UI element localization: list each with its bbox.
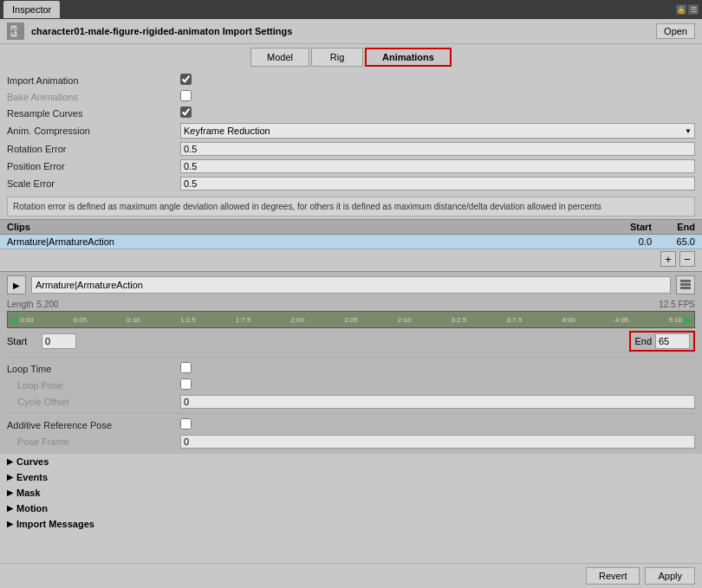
- collapsible-import-messages[interactable]: ▶ Import Messages: [0, 516, 702, 532]
- clips-header: Clips Start End: [0, 219, 702, 235]
- title-bar: Inspector 🔒 ☰: [0, 0, 702, 19]
- clips-col-start-header: Start: [608, 222, 652, 232]
- clips-actions: + −: [0, 249, 702, 268]
- revert-button[interactable]: Revert: [586, 567, 640, 585]
- anim-compression-row: Anim. Compression Keyframe Reduction ▼: [7, 121, 695, 140]
- rotation-error-label: Rotation Error: [7, 144, 180, 154]
- divider-2: [7, 413, 695, 414]
- tick-2: 0:10: [127, 316, 140, 324]
- tick-12: 5:10: [668, 316, 682, 324]
- loop-time-label: Loop Time: [7, 364, 180, 374]
- length-value: 5,200: [37, 300, 59, 309]
- bake-animations-label: Bake Animations: [7, 92, 180, 102]
- apply-button[interactable]: Apply: [645, 567, 695, 585]
- clips-col-end-header: End: [652, 222, 695, 232]
- svg-rect-6: [680, 283, 691, 286]
- bake-animations-row: Bake Animations: [7, 88, 695, 105]
- anim-compression-value: Keyframe Reduction ▼: [180, 123, 695, 139]
- end-label: End: [634, 336, 652, 346]
- additive-ref-row: Additive Reference Pose: [7, 417, 695, 433]
- ruler-left-arrow[interactable]: ◀: [10, 313, 17, 326]
- tick-8: 3:2.5: [451, 316, 466, 324]
- asset-title: character01-male-figure-rigided-animaton…: [31, 26, 649, 36]
- import-animation-checkbox[interactable]: [180, 74, 192, 85]
- scale-error-label: Scale Error: [7, 178, 180, 189]
- svg-rect-5: [680, 280, 691, 282]
- end-input[interactable]: [655, 333, 690, 349]
- ruler-ticks: 0:00 0:05 0:10 1:2.5 1:7.5 2:00 2:05 2:1…: [11, 316, 691, 324]
- clips-row-end: 65.0: [652, 236, 695, 247]
- clip-settings-button[interactable]: [676, 275, 695, 294]
- resample-curves-checkbox[interactable]: [180, 107, 192, 118]
- motion-label: Motion: [16, 503, 48, 514]
- timeline-bar: Length 5,200 12.5 FPS: [7, 298, 695, 311]
- motion-arrow-icon: ▶: [7, 504, 13, 513]
- info-text: Rotation error is defined as maximum ang…: [7, 197, 695, 216]
- length-label: Length: [7, 300, 34, 309]
- loop-pose-row: Loop Pose: [7, 377, 695, 393]
- loop-time-row: Loop Time: [7, 360, 695, 377]
- window-controls: 🔒 ☰: [676, 4, 699, 15]
- loop-pose-label: Loop Pose: [7, 380, 180, 391]
- end-group: End: [629, 331, 695, 352]
- loop-time-checkbox[interactable]: [180, 362, 192, 373]
- clips-col-name-header: Clips: [7, 222, 608, 232]
- start-end-row: Start End: [7, 328, 695, 354]
- tab-rig[interactable]: Rig: [311, 48, 363, 67]
- tick-0: 0:00: [20, 316, 34, 324]
- start-label: Start: [7, 336, 42, 346]
- pose-frame-input[interactable]: [180, 435, 695, 449]
- cycle-offset-input[interactable]: [180, 395, 695, 409]
- clip-editor: ▶ Length 5,200 12.5 FPS ◀: [0, 271, 702, 454]
- bake-animations-checkbox[interactable]: [180, 90, 192, 101]
- import-animation-value: [180, 74, 695, 87]
- clips-row[interactable]: Armature|ArmatureAction 0.0 65.0: [0, 235, 702, 249]
- tab-animations[interactable]: Animations: [365, 48, 452, 67]
- mask-label: Mask: [16, 488, 41, 498]
- open-button[interactable]: Open: [656, 23, 695, 39]
- additive-ref-label: Additive Reference Pose: [7, 420, 180, 430]
- ruler-right-arrow[interactable]: ▶: [685, 313, 692, 326]
- clip-editor-header: ▶: [7, 275, 695, 294]
- content-area: Import Animation Bake Animations Resampl…: [0, 70, 702, 563]
- scale-error-value: [180, 177, 695, 191]
- tab-row: Model Rig Animations: [0, 44, 702, 70]
- tab-model[interactable]: Model: [250, 48, 309, 67]
- start-input[interactable]: [42, 333, 76, 349]
- rotation-error-input[interactable]: [180, 142, 695, 156]
- loop-pose-checkbox[interactable]: [180, 378, 192, 390]
- clip-name-input[interactable]: [31, 276, 671, 294]
- position-error-label: Position Error: [7, 161, 180, 171]
- events-label: Events: [16, 472, 48, 482]
- tick-3: 1:2.5: [180, 316, 196, 324]
- mask-arrow-icon: ▶: [7, 488, 13, 497]
- pose-frame-row: Pose Frame: [7, 433, 695, 450]
- collapsible-curves[interactable]: ▶ Curves: [0, 454, 702, 469]
- play-button[interactable]: ▶: [7, 275, 26, 294]
- menu-icon[interactable]: ☰: [688, 4, 699, 15]
- main-window: Inspector 🔒 ☰ character01-male-figure-ri…: [0, 0, 702, 588]
- resample-curves-label: Resample Curves: [7, 108, 180, 119]
- cycle-offset-label: Cycle Offset: [7, 397, 180, 407]
- anim-compression-select[interactable]: Keyframe Reduction: [180, 123, 695, 139]
- position-error-row: Position Error: [7, 158, 695, 175]
- import-animation-label: Import Animation: [7, 75, 180, 86]
- curves-label: Curves: [16, 456, 49, 467]
- collapsible-motion[interactable]: ▶ Motion: [0, 501, 702, 516]
- remove-clip-button[interactable]: −: [679, 251, 695, 267]
- rotation-error-row: Rotation Error: [7, 140, 695, 158]
- form-section: Import Animation Bake Animations Resampl…: [0, 70, 702, 194]
- additive-ref-checkbox[interactable]: [180, 418, 192, 430]
- divider-1: [7, 357, 695, 358]
- tick-6: 2:05: [344, 316, 358, 324]
- inspector-tab[interactable]: Inspector: [3, 1, 60, 18]
- position-error-input[interactable]: [180, 159, 695, 173]
- tick-7: 2:10: [398, 316, 412, 324]
- add-clip-button[interactable]: +: [660, 251, 676, 267]
- collapsible-mask[interactable]: ▶ Mask: [0, 485, 702, 501]
- collapsible-events[interactable]: ▶ Events: [0, 469, 702, 485]
- lock-icon[interactable]: 🔒: [676, 4, 686, 15]
- bottom-bar: Revert Apply: [0, 563, 702, 588]
- timeline-ruler[interactable]: ◀ 0:00 0:05 0:10 1:2.5 1:7.5 2:00 2:05 2…: [7, 311, 695, 328]
- scale-error-input[interactable]: [180, 177, 695, 191]
